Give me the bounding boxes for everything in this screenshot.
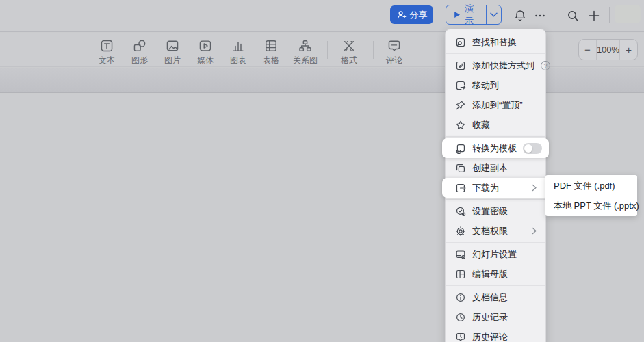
- help-icon[interactable]: ?: [541, 61, 550, 70]
- topbar-divider-2: [609, 7, 610, 23]
- menu-item-history[interactable]: 历史记录: [446, 307, 545, 327]
- menu-divider: [446, 53, 545, 54]
- gear-icon: [455, 226, 466, 237]
- zoom-level[interactable]: 100%: [596, 40, 620, 60]
- pin-icon: [455, 100, 466, 111]
- ellipsis-icon: [533, 9, 547, 23]
- menu-item-label: 创建副本: [472, 162, 508, 174]
- share-label: 分享: [410, 9, 428, 21]
- menu-item-pin-to-top[interactable]: 添加到“置顶”: [446, 95, 545, 115]
- menu-divider: [446, 199, 545, 200]
- menu-item-label: 幻灯片设置: [472, 248, 517, 261]
- menu-divider: [446, 136, 545, 137]
- menu-item-label: 编辑母版: [472, 268, 508, 280]
- download-as-submenu: PDF 文件 (.pdf) 本地 PPT 文件 (.pptx): [545, 175, 637, 216]
- toolbar-label: 表格: [263, 55, 279, 66]
- zoom-out-button[interactable]: −: [579, 40, 596, 60]
- toolbar-divider: [327, 41, 328, 59]
- more-button[interactable]: [531, 7, 549, 25]
- table-icon: [264, 39, 278, 53]
- menu-item-label: 设置密级: [472, 205, 508, 218]
- menu-item-security-level[interactable]: 设置密级: [446, 201, 545, 221]
- add-shortcut-icon: [455, 60, 466, 71]
- menu-item-permissions[interactable]: 文档权限: [446, 221, 545, 241]
- search-button[interactable]: [564, 7, 582, 25]
- menu-divider: [446, 285, 545, 286]
- menu-divider: [446, 242, 545, 243]
- menu-item-label: 添加快捷方式到: [472, 60, 534, 72]
- menu-item-find-replace[interactable]: 查找和替换: [446, 32, 545, 52]
- menu-item-convert-to-template[interactable]: 转换为模板: [442, 138, 549, 158]
- toolbar-label: 关系图: [293, 55, 318, 66]
- copy-icon: [455, 163, 466, 174]
- toolbar-label: 图片: [164, 55, 181, 66]
- chevron-right-icon: [532, 184, 537, 192]
- download-as-icon: [455, 183, 466, 194]
- menu-item-label: 查找和替换: [472, 36, 517, 49]
- chevron-right-icon: [532, 227, 537, 235]
- menu-item-edit-master[interactable]: 编辑母版: [446, 264, 545, 284]
- chart-icon: [231, 39, 245, 53]
- move-to-icon: [455, 80, 466, 91]
- info-icon: [455, 292, 466, 303]
- toolbar-item-format[interactable]: 格式: [329, 39, 370, 66]
- star-icon: [455, 120, 466, 131]
- present-label: 演示: [465, 3, 480, 27]
- share-user-icon: [396, 10, 407, 21]
- submenu-item-pptx[interactable]: 本地 PPT 文件 (.pptx): [545, 196, 637, 215]
- avatar[interactable]: [615, 5, 641, 23]
- menu-item-download-as[interactable]: 下载为: [442, 178, 549, 198]
- menu-item-slide-settings[interactable]: 幻灯片设置: [446, 244, 545, 264]
- text-icon: [100, 39, 114, 53]
- topbar-divider: [556, 7, 556, 23]
- find-replace-icon: [455, 37, 466, 48]
- org-chart-icon: [298, 39, 312, 53]
- plus-icon: [587, 9, 601, 23]
- toolbar-label: 图表: [230, 55, 246, 66]
- menu-item-label: 历史评论: [472, 331, 508, 342]
- history-comment-icon: [455, 332, 466, 342]
- menu-item-label: 文档权限: [472, 225, 508, 237]
- editor-canvas: [0, 94, 644, 342]
- menu-item-label: 添加到“置顶”: [472, 99, 523, 111]
- zoom-in-button[interactable]: +: [620, 40, 637, 60]
- comment-icon: [387, 39, 401, 53]
- menu-item-label: 历史记录: [472, 311, 508, 324]
- menu-item-add-shortcut[interactable]: 添加快捷方式到 ?: [446, 55, 545, 75]
- history-clock-icon: [455, 312, 466, 323]
- zoom-control: − 100% +: [578, 39, 638, 60]
- share-button[interactable]: 分享: [390, 5, 433, 24]
- toolbar-label: 文本: [99, 55, 115, 66]
- toolbar-item-diagram[interactable]: 关系图: [285, 39, 326, 66]
- security-check-icon: [455, 206, 466, 217]
- present-button[interactable]: 演示: [446, 5, 486, 24]
- toolbar-label: 格式: [341, 55, 357, 66]
- menu-item-duplicate[interactable]: 创建副本: [446, 158, 545, 178]
- toggle-knob: [524, 144, 532, 153]
- submenu-item-pdf[interactable]: PDF 文件 (.pdf): [545, 176, 637, 196]
- menu-item-label: 移动到: [472, 79, 499, 92]
- master-layout-icon: [455, 269, 466, 280]
- chevron-down-icon: [490, 12, 498, 17]
- template-toggle[interactable]: [523, 143, 542, 154]
- menu-item-move-to[interactable]: 移动到: [446, 75, 545, 95]
- bell-icon: [513, 9, 527, 23]
- toolbar-item-comment[interactable]: 评论: [374, 39, 415, 66]
- more-actions-menu: 查找和替换 添加快捷方式到 ? 移动到 添加到“置顶” 收藏 转换为模板 创建副…: [445, 29, 546, 342]
- menu-item-document-info[interactable]: 文档信息: [446, 287, 545, 307]
- menu-item-label: 转换为模板: [472, 142, 517, 155]
- shapes-icon: [133, 39, 146, 53]
- image-icon: [166, 39, 179, 53]
- new-document-button[interactable]: [585, 7, 603, 25]
- search-icon: [566, 9, 580, 23]
- menu-item-label: 收藏: [472, 119, 490, 131]
- slide-settings-icon: [455, 249, 466, 260]
- toolbar-label: 图形: [131, 55, 148, 66]
- present-options-button[interactable]: [487, 5, 501, 24]
- format-icon: [342, 39, 356, 53]
- present-button-group: 演示: [446, 5, 502, 25]
- menu-item-favorite[interactable]: 收藏: [446, 115, 545, 135]
- menu-item-history-comments[interactable]: 历史评论: [446, 327, 545, 342]
- toolbar-label: 评论: [386, 55, 402, 66]
- notifications-button[interactable]: [511, 7, 529, 25]
